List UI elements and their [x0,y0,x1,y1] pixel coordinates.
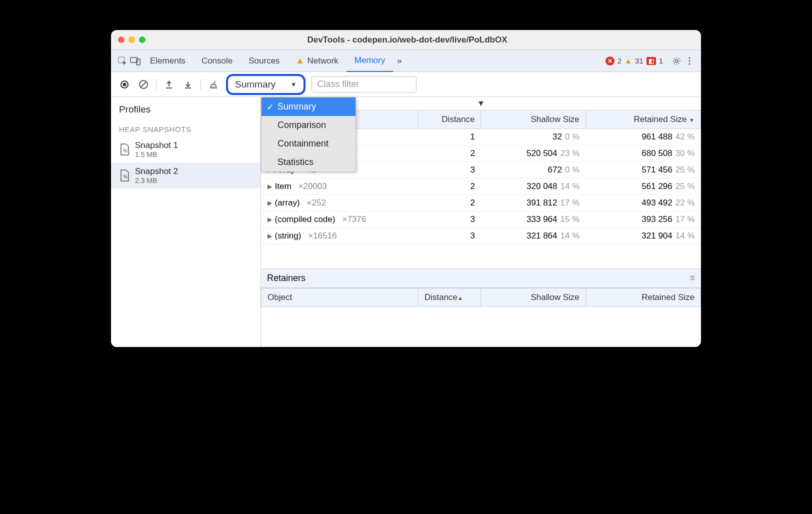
sort-desc-icon: ▼ [689,117,694,123]
maximize-window-button[interactable] [139,36,146,43]
tab-console[interactable]: Console [194,50,240,72]
expand-icon[interactable]: ▶ [268,200,272,206]
retainers-menu-icon[interactable]: ≡ [690,273,695,284]
class-filter-input[interactable] [312,76,416,92]
more-menu-icon[interactable] [683,54,696,68]
error-icon: ✕ [606,56,614,66]
ret-col-distance[interactable]: Distance▲ [418,288,481,307]
snapshot-file-icon: % [119,169,130,182]
snapshot-item[interactable]: % Snapshot 2 2.3 MB [111,162,260,188]
menu-item-summary[interactable]: Summary [262,98,356,116]
col-distance[interactable]: Distance [418,110,481,129]
profiles-sidebar: Profiles HEAP SNAPSHOTS % Snapshot 1 1.5… [111,97,261,347]
ret-col-shallow[interactable]: Shallow Size [481,288,586,307]
main-panel: Summary Comparison Containment Statistic… [261,97,701,347]
retainers-table: Object Distance▲ Shallow Size Retained S… [261,288,701,347]
svg-point-3 [675,60,678,62]
svg-point-4 [688,57,690,58]
sort-asc-icon: ▲ [458,295,463,301]
table-row[interactable]: ▶(array)×252 2 391 81217 % 493 49222 % [262,195,701,212]
window-title: DevTools - codepen.io/web-dot-dev/live/P… [146,35,669,45]
expand-icon[interactable]: ▶ [268,216,272,223]
sidebar-title: Profiles [111,104,260,122]
view-dropdown-menu: Summary Comparison Containment Statistic… [261,97,356,172]
ret-col-object[interactable]: Object [262,288,418,307]
gc-broom-icon[interactable] [207,78,220,91]
panel-tabs: Elements Console Sources ▲ Network Memor… [111,50,701,72]
svg-point-6 [688,63,690,64]
tab-elements[interactable]: Elements [142,50,194,72]
table-row[interactable]: ▶(compiled code)×7376 3 333 96415 % 393 … [262,212,701,228]
table-row[interactable]: ▶Item×20003 2 320 04814 % 561 29625 % [262,178,701,195]
expand-icon[interactable]: ▶ [268,232,272,240]
view-dropdown[interactable]: Summary ▼ [226,74,306,95]
minimize-window-button[interactable] [128,36,135,43]
svg-point-5 [688,60,690,62]
memory-toolbar: Summary ▼ [111,72,701,97]
col-retained[interactable]: Retained Size ▼ [586,110,700,129]
warning-triangle-icon: ▲ [296,56,304,66]
chevron-down-icon: ▼ [290,81,296,88]
record-button[interactable] [118,78,131,91]
col-shallow[interactable]: Shallow Size [481,110,586,129]
svg-text:%: % [123,148,128,154]
issue-icon: ◧ [646,57,656,65]
tabs-overflow[interactable]: » [393,50,406,72]
tab-network[interactable]: ▲ Network [288,50,346,72]
clear-button[interactable] [137,78,150,91]
titlebar: DevTools - codepen.io/web-dot-dev/live/P… [111,30,701,50]
retainers-header: Retainers ≡ [261,268,701,288]
upload-icon[interactable] [162,78,176,91]
menu-item-statistics[interactable]: Statistics [262,153,356,172]
inspect-element-icon[interactable] [116,54,129,68]
table-row[interactable]: ▶(string)×16516 3 321 86414 % 321 90414 … [262,228,701,244]
snapshot-item[interactable]: % Snapshot 1 1.5 MB [111,136,260,162]
status-badges[interactable]: ✕2 ▲31 ◧1 [606,56,663,66]
svg-rect-2 [136,59,140,65]
download-icon[interactable] [182,78,194,91]
tab-sources[interactable]: Sources [240,50,288,72]
warning-icon: ▲ [624,56,632,65]
devtools-window: DevTools - codepen.io/web-dot-dev/live/P… [111,30,701,347]
menu-item-containment[interactable]: Containment [262,134,356,153]
expand-icon[interactable]: ▶ [268,183,272,190]
window-controls [118,36,146,43]
tab-memory[interactable]: Memory [346,50,393,72]
device-toolbar-icon[interactable] [129,54,142,68]
settings-gear-icon[interactable] [670,54,683,68]
svg-point-8 [123,82,126,86]
menu-item-comparison[interactable]: Comparison [262,116,356,134]
close-window-button[interactable] [118,36,124,43]
ret-col-retained[interactable]: Retained Size [586,288,700,307]
sidebar-section-label: HEAP SNAPSHOTS [111,122,260,136]
snapshot-file-icon: % [119,143,130,156]
svg-line-10 [141,82,146,87]
svg-text:%: % [123,174,128,180]
